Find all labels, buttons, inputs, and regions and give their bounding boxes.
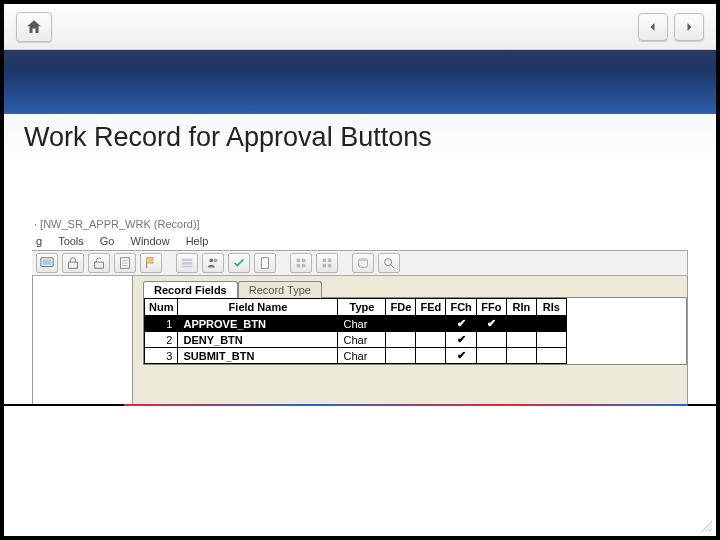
menu-item-tools[interactable]: Tools	[58, 235, 84, 247]
col-rin[interactable]: RIn	[506, 299, 536, 316]
svg-rect-5	[182, 259, 193, 262]
search-icon	[382, 256, 396, 270]
cell-type: Char	[338, 316, 386, 332]
table-row[interactable]: 2DENY_BTNChar✔	[145, 332, 567, 348]
toolbar-unlock-button[interactable]	[88, 253, 110, 273]
cell-rin	[506, 332, 536, 348]
grid-header-row: Num Field Name Type FDe FEd FCh FFo RIn …	[145, 299, 567, 316]
svg-rect-13	[297, 264, 301, 268]
check-icon	[232, 256, 246, 270]
cell-fch: ✔	[446, 348, 476, 364]
svg-point-8	[209, 258, 213, 262]
col-num[interactable]: Num	[145, 299, 178, 316]
grid-icon	[294, 256, 308, 270]
toolbar-lock-button[interactable]	[62, 253, 84, 273]
presentation-topnav	[4, 4, 716, 50]
prev-button[interactable]	[638, 13, 668, 41]
tab-record-type[interactable]: Record Type	[238, 281, 322, 298]
title-strip: Work Record for Approval Buttons	[4, 114, 716, 160]
col-fed[interactable]: FEd	[416, 299, 446, 316]
next-button[interactable]	[674, 13, 704, 41]
home-button[interactable]	[16, 12, 52, 42]
toolbar-check-button[interactable]	[228, 253, 250, 273]
col-ffo[interactable]: FFo	[476, 299, 506, 316]
menu-item-go[interactable]: Go	[100, 235, 115, 247]
svg-rect-2	[69, 262, 78, 268]
project-tree-pane[interactable]	[33, 276, 133, 405]
toolbar-build-button[interactable]	[176, 253, 198, 273]
toolbar-people-button[interactable]	[202, 253, 224, 273]
cell-ris	[536, 348, 566, 364]
toolbar-doc-button[interactable]	[254, 253, 276, 273]
cell-num: 1	[145, 316, 178, 332]
doc-icon	[258, 256, 272, 270]
svg-rect-10	[262, 258, 269, 269]
menu-bar: g Tools Go Window Help	[32, 233, 688, 250]
workarea: Record Fields Record Type Num Field Name…	[32, 276, 688, 406]
toolbar-grid2-button[interactable]	[316, 253, 338, 273]
cell-num: 2	[145, 332, 178, 348]
grid-footer-accent	[124, 404, 688, 406]
toolbar-validate-button[interactable]	[140, 253, 162, 273]
svg-point-9	[214, 258, 218, 262]
app-designer-screenshot: · [NW_SR_APPR_WRK (Record)] g Tools Go W…	[32, 218, 688, 418]
db-icon	[356, 256, 370, 270]
col-fde[interactable]: FDe	[386, 299, 416, 316]
page-title: Work Record for Approval Buttons	[24, 122, 432, 153]
people-icon	[206, 256, 220, 270]
menu-item-window[interactable]: Window	[131, 235, 170, 247]
record-tabs: Record Fields Record Type	[133, 276, 687, 297]
svg-rect-18	[328, 264, 332, 268]
table-row[interactable]: 1APPROVE_BTNChar✔✔	[145, 316, 567, 332]
cell-fde	[386, 316, 416, 332]
col-type[interactable]: Type	[338, 299, 386, 316]
toolbar-find-button[interactable]	[378, 253, 400, 273]
cell-field-name: APPROVE_BTN	[178, 316, 338, 332]
slide-frame: Work Record for Approval Buttons · [NW_S…	[0, 0, 720, 540]
record-pane: Record Fields Record Type Num Field Name…	[133, 276, 687, 405]
cell-field-name: DENY_BTN	[178, 332, 338, 348]
toolbar-sql-button[interactable]	[352, 253, 374, 273]
table-row[interactable]: 3SUBMIT_BTNChar✔	[145, 348, 567, 364]
cell-rin	[506, 348, 536, 364]
svg-rect-1	[43, 260, 52, 265]
col-fch[interactable]: FCh	[446, 299, 476, 316]
svg-point-19	[359, 258, 368, 262]
toolbar-open-button[interactable]	[36, 253, 58, 273]
svg-rect-7	[182, 266, 193, 268]
col-field[interactable]: Field Name	[178, 299, 338, 316]
cell-field-name: SUBMIT_BTN	[178, 348, 338, 364]
cell-ffo	[476, 348, 506, 364]
chevron-left-icon	[647, 21, 659, 33]
svg-rect-17	[323, 264, 327, 268]
svg-rect-14	[302, 264, 306, 268]
cell-fde	[386, 348, 416, 364]
svg-rect-11	[297, 259, 301, 263]
cell-rin	[506, 316, 536, 332]
screen-icon	[40, 256, 54, 270]
cell-num: 3	[145, 348, 178, 364]
toolbar-grid1-button[interactable]	[290, 253, 312, 273]
menu-item-help[interactable]: Help	[186, 235, 209, 247]
cell-fch: ✔	[446, 332, 476, 348]
grid-icon	[320, 256, 334, 270]
col-ris[interactable]: RIs	[536, 299, 566, 316]
menu-item-truncated[interactable]: g	[36, 235, 42, 247]
title-banner: Work Record for Approval Buttons	[4, 50, 716, 160]
cell-ffo: ✔	[476, 316, 506, 332]
svg-rect-15	[323, 259, 327, 263]
cell-fde	[386, 332, 416, 348]
fields-grid[interactable]: Num Field Name Type FDe FEd FCh FFo RIn …	[143, 297, 687, 365]
toolbar-props-button[interactable]	[114, 253, 136, 273]
cell-fed	[416, 348, 446, 364]
nav-arrow-group	[638, 13, 704, 41]
unlock-icon	[92, 256, 106, 270]
window-caption: · [NW_SR_APPR_WRK (Record)]	[32, 218, 688, 233]
home-icon	[25, 18, 43, 36]
svg-rect-6	[182, 262, 193, 265]
cell-ris	[536, 332, 566, 348]
cell-fed	[416, 316, 446, 332]
cell-fch: ✔	[446, 316, 476, 332]
flag-icon	[144, 256, 158, 270]
tab-record-fields[interactable]: Record Fields	[143, 281, 238, 298]
